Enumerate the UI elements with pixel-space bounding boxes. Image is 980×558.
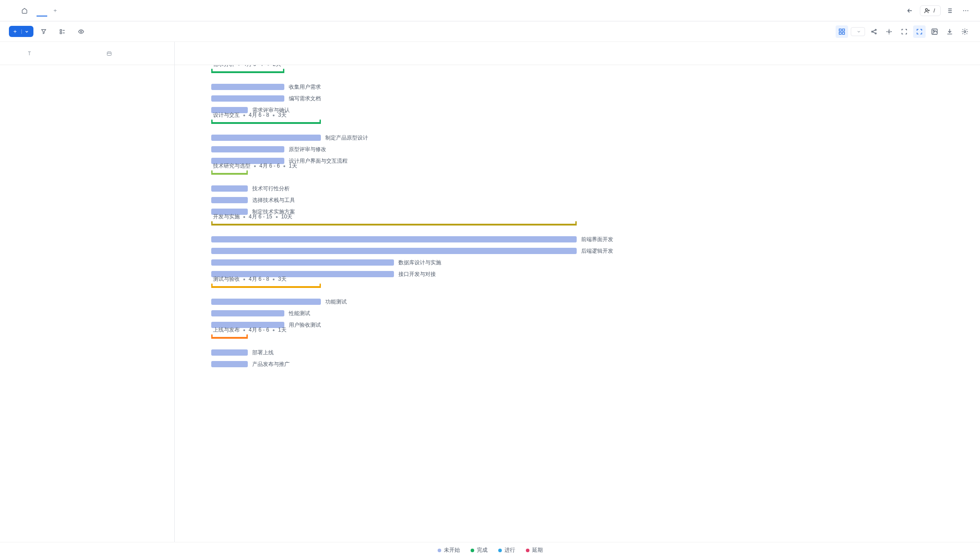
tab-add-button[interactable]: + [49, 4, 62, 16]
task-bar[interactable]: 性能测试 [211, 310, 284, 316]
gantt-group-row: 技术研究与选型4月 6 - 61天 [175, 167, 980, 183]
svg-point-12 [875, 29, 877, 30]
new-button[interactable]: + [9, 26, 33, 37]
tab-gantt[interactable] [37, 4, 47, 16]
gantt-group-row: 需求分析4月 6 - 72天 [175, 65, 980, 81]
gantt-task-row: 原型评审与修改 [175, 144, 980, 155]
gantt-group-label: 上线与发布4月 6 - 61天 [213, 326, 287, 334]
gantt-panel[interactable]: 需求分析4月 6 - 72天 收集用户需求 编写需求文档 需求评审与确认 设计与… [175, 42, 980, 542]
svg-point-17 [964, 31, 966, 33]
task-bar[interactable]: 部署上线 [211, 349, 248, 356]
task-bar[interactable]: 后端逻辑开发 [211, 248, 577, 254]
svg-point-1 [963, 10, 964, 11]
task-bar-label: 原型评审与修改 [289, 146, 326, 153]
gantt-task-row: 前端界面开发 [175, 234, 980, 245]
gantt-group-label: 开发与实施4月 6 - 1510天 [213, 213, 292, 221]
gantt-task-row: 制定产品原型设计 [175, 132, 980, 144]
task-bar-label: 后端逻辑开发 [581, 247, 613, 255]
gantt-task-row: 数据库设计与实施 [175, 257, 980, 268]
task-bar-label: 设计用户界面与交互流程 [289, 157, 348, 165]
legend-label: 完成 [477, 546, 488, 554]
task-bar[interactable]: 制定产品原型设计 [211, 135, 321, 141]
task-bar[interactable]: 原型评审与修改 [211, 146, 284, 152]
task-bar-label: 功能测试 [325, 298, 347, 306]
task-bar[interactable]: 收集用户需求 [211, 84, 284, 90]
legend-label: 进行 [504, 546, 515, 554]
tab-task-list[interactable] [16, 4, 35, 16]
gantt-task-row: 制定技术实施方案 [175, 206, 980, 217]
svg-rect-7 [839, 29, 841, 31]
image-icon[interactable] [928, 25, 941, 38]
settings-list-icon[interactable] [945, 5, 956, 16]
chevron-down-icon[interactable] [21, 29, 29, 34]
task-bar[interactable]: 技术可行性分析 [211, 185, 248, 192]
svg-point-3 [968, 10, 968, 11]
calendar-icon [107, 51, 112, 56]
task-bar-label: 收集用户需求 [289, 83, 321, 91]
today-icon[interactable] [883, 25, 895, 38]
task-bar[interactable]: 编写需求文档 [211, 95, 284, 102]
toolbar: + [0, 21, 980, 42]
gantt-task-row: 收集用户需求 [175, 81, 980, 93]
gantt-task-row: 用户验收测试 [175, 319, 980, 331]
gantt-group-label: 设计与交互4月 6 - 83天 [213, 111, 287, 119]
gantt-group-label: 测试与验收4月 6 - 83天 [213, 275, 287, 283]
task-bar-label: 制定产品原型设计 [325, 134, 368, 142]
home-icon [21, 8, 28, 14]
timescale-select[interactable] [851, 27, 865, 36]
share-icon[interactable] [905, 5, 915, 16]
task-bar[interactable]: 选择技术栈与工具 [211, 197, 248, 203]
layout-mode-icon[interactable] [836, 25, 848, 38]
svg-point-6 [80, 31, 82, 33]
fullscreen-icon[interactable] [913, 25, 926, 38]
view-tabs: + [16, 4, 62, 16]
svg-point-11 [872, 31, 873, 32]
gear-icon[interactable] [959, 25, 971, 38]
svg-point-13 [875, 33, 877, 34]
task-bar[interactable]: 前端界面开发 [211, 236, 577, 242]
timeline-month [175, 42, 980, 52]
chevron-down-icon [857, 29, 861, 34]
gantt-task-row: 部署上线 [175, 347, 980, 358]
gantt-task-row: 技术可行性分析 [175, 183, 980, 194]
svg-rect-8 [842, 29, 845, 31]
gantt-task-row: 选择技术栈与工具 [175, 194, 980, 206]
svg-rect-10 [842, 32, 845, 34]
legend-dot [438, 549, 441, 552]
download-icon[interactable] [943, 25, 956, 38]
legend: 未开始完成进行延期 [0, 542, 980, 558]
gantt-task-row: 性能测试 [175, 308, 980, 319]
gantt-group-label: 技术研究与选型4月 6 - 61天 [213, 162, 297, 170]
svg-rect-5 [60, 32, 62, 34]
task-bar-label: 前端界面开发 [581, 236, 613, 243]
share-nodes-icon[interactable] [868, 25, 880, 38]
task-bar[interactable]: 数据库设计与实施 [211, 259, 394, 266]
group-button[interactable] [56, 26, 71, 37]
fit-icon[interactable] [898, 25, 910, 38]
main: 需求分析4月 6 - 72天 收集用户需求 编写需求文档 需求评审与确认 设计与… [0, 42, 980, 542]
task-bar-label: 用户验收测试 [289, 321, 321, 329]
svg-point-0 [925, 8, 927, 11]
legend-label: 未开始 [444, 546, 460, 554]
legend-dot [471, 549, 474, 552]
task-bar-label: 数据库设计与实施 [398, 259, 441, 267]
gantt-task-row: 需求评审与确认 [175, 104, 980, 116]
more-icon[interactable] [960, 5, 971, 16]
plus-icon: + [13, 28, 17, 35]
task-bar[interactable]: 产品发布与推广 [211, 361, 248, 367]
col-name-header [25, 51, 103, 56]
svg-point-14 [888, 31, 890, 33]
timeline-days [175, 52, 980, 65]
timeline-header [175, 42, 980, 65]
task-bar-label: 性能测试 [289, 310, 310, 317]
gantt-group-row: 开发与实施4月 6 - 1510天 [175, 217, 980, 234]
gantt-task-row: 编写需求文档 [175, 93, 980, 104]
task-bar[interactable]: 功能测试 [211, 299, 321, 305]
legend-item: 未开始 [438, 546, 460, 554]
fields-button[interactable] [74, 26, 91, 37]
task-list-panel [0, 42, 175, 542]
filter-button[interactable] [37, 26, 52, 37]
add-member-button[interactable]: / [920, 5, 941, 16]
gantt-task-row: 功能测试 [175, 296, 980, 308]
legend-dot [498, 549, 502, 552]
